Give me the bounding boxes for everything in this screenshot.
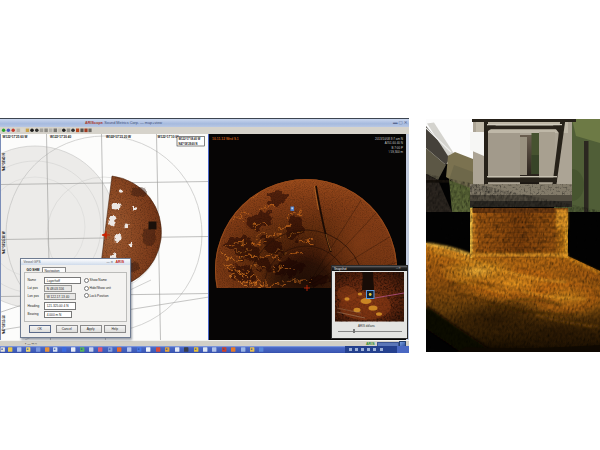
- svg-text:N47°38'29.60 N: N47°38'29.60 N: [179, 141, 198, 145]
- svg-text:W122°17'20 40: W122°17'20 40: [50, 135, 72, 139]
- svg-text:W122°17'10 00: W122°17'10 00: [158, 135, 180, 139]
- svg-text:W122°17'25 60 W: W122°17'25 60 W: [3, 135, 28, 139]
- svg-text:N47°38'15 50: N47°38'15 50: [2, 314, 6, 333]
- svg-text:N47°38'25 30 W: N47°38'25 30 W: [2, 231, 6, 254]
- svg-text:N47°38'40 N: N47°38'40 N: [2, 152, 6, 170]
- svg-text:10.11.12 Wed 9.1: 10.11.12 Wed 9.1: [212, 137, 239, 141]
- svg-text:W122°17'08.40 W: W122°17'08.40 W: [179, 137, 201, 141]
- svg-text:2013/10/08 8:7 am N: 2013/10/08 8:7 am N: [375, 136, 403, 140]
- svg-text:\ 59,300 m: \ 59,300 m: [389, 150, 404, 154]
- svg-text:A701.60 40 N: A701.60 40 N: [385, 141, 403, 145]
- svg-text:W122°17'15 20 W: W122°17'15 20 W: [106, 135, 131, 139]
- svg-text:B 7:00 P: B 7:00 P: [391, 145, 403, 149]
